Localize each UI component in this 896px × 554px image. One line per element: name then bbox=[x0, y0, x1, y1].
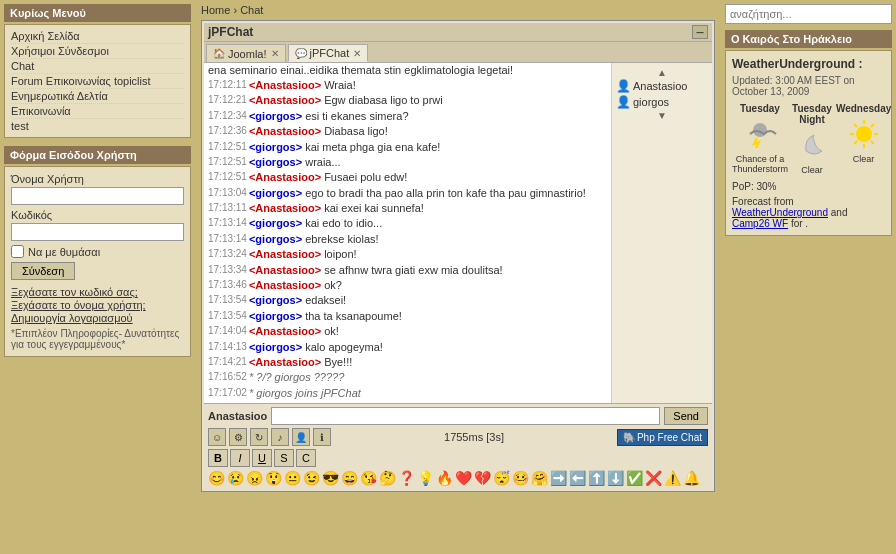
format-underline[interactable]: U bbox=[252, 449, 272, 467]
password-label: Κωδικός bbox=[11, 209, 184, 221]
info-icon[interactable]: ℹ bbox=[313, 428, 331, 446]
remember-label: Να με θυμάσαι bbox=[28, 246, 100, 258]
format-strike[interactable]: S bbox=[274, 449, 294, 467]
sidebar-item-chat[interactable]: Chat bbox=[11, 59, 184, 74]
phpfreechat-badge: 🐘 Php Free Chat bbox=[617, 429, 708, 446]
chat-title: jPFChat bbox=[208, 25, 253, 39]
emoji-button[interactable]: 😘 bbox=[360, 470, 377, 486]
emoji-button[interactable]: 💔 bbox=[474, 470, 491, 486]
smiley-icon[interactable]: ☺ bbox=[208, 428, 226, 446]
sidebar-item-test[interactable]: test bbox=[11, 119, 184, 133]
emoji-button[interactable]: 🤔 bbox=[379, 470, 396, 486]
chat-message: 17:13:11<Anastasioo> kai exei kai sunnef… bbox=[208, 201, 607, 216]
forgot-password-link[interactable]: Ξεχάσατε τον κωδικό σας; bbox=[11, 286, 184, 298]
login-form-title: Φόρμα Εισόδου Χρήστη bbox=[4, 146, 191, 164]
emoji-button[interactable]: ⬅️ bbox=[569, 470, 586, 486]
breadcrumb: Home › Chat bbox=[201, 4, 715, 16]
emoji-button[interactable]: ⚠️ bbox=[664, 470, 681, 486]
svg-line-8 bbox=[871, 124, 874, 127]
sidebar-item-news[interactable]: Ενημερωτικά Δελτία bbox=[11, 89, 184, 104]
emoji-button[interactable]: ➡️ bbox=[550, 470, 567, 486]
chat-message: 17:14:21<Anastasioo> Bye!!! bbox=[208, 355, 607, 370]
emoji-button[interactable]: 😄 bbox=[341, 470, 358, 486]
format-italic[interactable]: I bbox=[230, 449, 250, 467]
chat-message: 17:12:51<giorgos> wraia... bbox=[208, 155, 607, 170]
scroll-up-button[interactable]: ▲ bbox=[616, 67, 708, 78]
toolbar-icons: ☺ ⚙ ↻ ♪ 👤 ℹ bbox=[208, 428, 331, 446]
sidebar-item-contact[interactable]: Επικοινωνία bbox=[11, 104, 184, 119]
online-users-list: 👤Anastasioo👤giorgos bbox=[616, 78, 708, 110]
svg-line-6 bbox=[854, 124, 857, 127]
settings-icon[interactable]: ⚙ bbox=[229, 428, 247, 446]
chat-message: 17:12:51<Anastasioo> Fusaei polu edw! bbox=[208, 170, 607, 185]
forecast-link-wu[interactable]: WeatherUnderground bbox=[732, 207, 828, 218]
chat-message: 17:13:14<giorgos> kai edo to idio... bbox=[208, 216, 607, 231]
minimize-button[interactable]: ─ bbox=[692, 25, 708, 39]
refresh-icon[interactable]: ↻ bbox=[250, 428, 268, 446]
emoji-button[interactable]: ❌ bbox=[645, 470, 662, 486]
svg-line-9 bbox=[854, 141, 857, 144]
breadcrumb-current: Chat bbox=[240, 4, 263, 16]
chat-message-input[interactable] bbox=[271, 407, 660, 425]
main-menu: Αρχική Σελίδα Χρήσιμοι Σύνδεσμοι Chat Fo… bbox=[4, 24, 191, 138]
scroll-down-button[interactable]: ▼ bbox=[616, 110, 708, 121]
username-input[interactable] bbox=[11, 187, 184, 205]
send-button[interactable]: Send bbox=[664, 407, 708, 425]
tab-joomla[interactable]: 🏠 Joomla! ✕ bbox=[206, 44, 286, 62]
main-menu-title: Κυρίως Μενού bbox=[4, 4, 191, 22]
chat-message: 17:12:51<giorgos> kai meta phga gia ena … bbox=[208, 140, 607, 155]
tab-jpfchat[interactable]: 💬 jPFChat ✕ bbox=[288, 44, 369, 62]
sound-icon[interactable]: ♪ bbox=[271, 428, 289, 446]
emoji-button[interactable]: ⬆️ bbox=[588, 470, 605, 486]
search-input[interactable] bbox=[725, 4, 892, 24]
wednesday-icon bbox=[846, 116, 882, 152]
jpfchat-tab-close[interactable]: ✕ bbox=[353, 48, 361, 59]
left-sidebar: Κυρίως Μενού Αρχική Σελίδα Χρήσιμοι Σύνδ… bbox=[0, 0, 195, 554]
chat-online-sidebar: ▲ 👤Anastasioo👤giorgos ▼ bbox=[612, 63, 712, 403]
chat-message: 17:12:34<giorgos> esi ti ekanes simera? bbox=[208, 109, 607, 124]
main-content: Home › Chat jPFChat ─ 🏠 Joomla! ✕ 💬 jPFC… bbox=[195, 0, 721, 554]
emoji-button[interactable]: 😴 bbox=[493, 470, 510, 486]
emoji-button[interactable]: 🤒 bbox=[512, 470, 529, 486]
emoji-button[interactable]: 😢 bbox=[227, 470, 244, 486]
weather-day-wednesday: Wednesday bbox=[836, 103, 891, 175]
joomla-tab-icon: 🏠 bbox=[213, 48, 225, 59]
emoji-button[interactable]: ❓ bbox=[398, 470, 415, 486]
emoji-button[interactable]: 😠 bbox=[246, 470, 263, 486]
emoji-button[interactable]: 😎 bbox=[322, 470, 339, 486]
emoji-button[interactable]: ❤️ bbox=[455, 470, 472, 486]
chat-message: 17:13:46<Anastasioo> ok? bbox=[208, 278, 607, 293]
format-color[interactable]: C bbox=[296, 449, 316, 467]
forecast-link-camp[interactable]: Camp26 WF bbox=[732, 218, 788, 229]
emoji-button[interactable]: 😐 bbox=[284, 470, 301, 486]
sidebar-item-forum[interactable]: Forum Επικοινωνίας topiclist bbox=[11, 74, 184, 89]
weather-title: Ο Καιρός Στο Ηράκλειο bbox=[725, 30, 892, 48]
remember-row: Να με θυμάσαι bbox=[11, 245, 184, 258]
forgot-username-link[interactable]: Ξεχάσατε το όνομα χρήστη; bbox=[11, 299, 184, 311]
login-button[interactable]: Σύνδεση bbox=[11, 262, 75, 280]
chat-username-label: Anastasioo bbox=[208, 410, 267, 422]
emoji-button[interactable]: ⬇️ bbox=[607, 470, 624, 486]
breadcrumb-home[interactable]: Home bbox=[201, 4, 230, 16]
sidebar-item-home[interactable]: Αρχική Σελίδα bbox=[11, 29, 184, 44]
format-bold[interactable]: B bbox=[208, 449, 228, 467]
emoji-button[interactable]: 😉 bbox=[303, 470, 320, 486]
emoji-button[interactable]: 🔔 bbox=[683, 470, 700, 486]
password-input[interactable] bbox=[11, 223, 184, 241]
weather-updated: Updated: 3:00 AM EEST on October 13, 200… bbox=[732, 75, 885, 97]
user-icon[interactable]: 👤 bbox=[292, 428, 310, 446]
emoji-button[interactable]: 🤗 bbox=[531, 470, 548, 486]
php-icon: 🐘 bbox=[623, 432, 635, 443]
emoji-button[interactable]: 😊 bbox=[208, 470, 225, 486]
chat-message: 17:13:54<giorgos> edaksei! bbox=[208, 293, 607, 308]
emoji-button[interactable]: 🔥 bbox=[436, 470, 453, 486]
emoji-button[interactable]: 💡 bbox=[417, 470, 434, 486]
remember-checkbox[interactable] bbox=[11, 245, 24, 258]
chat-messages[interactable]: 17:10:54<giorgos> piga pou les sto mathi… bbox=[204, 63, 612, 403]
emoji-button[interactable]: 😲 bbox=[265, 470, 282, 486]
joomla-tab-close[interactable]: ✕ bbox=[271, 48, 279, 59]
sidebar-item-links[interactable]: Χρήσιμοι Σύνδεσμοι bbox=[11, 44, 184, 59]
chat-message: 17:12:36<Anastasioo> Diabasa ligo! bbox=[208, 124, 607, 139]
emoji-button[interactable]: ✅ bbox=[626, 470, 643, 486]
register-link[interactable]: Δημιουργία λογαριασμού bbox=[11, 312, 184, 324]
